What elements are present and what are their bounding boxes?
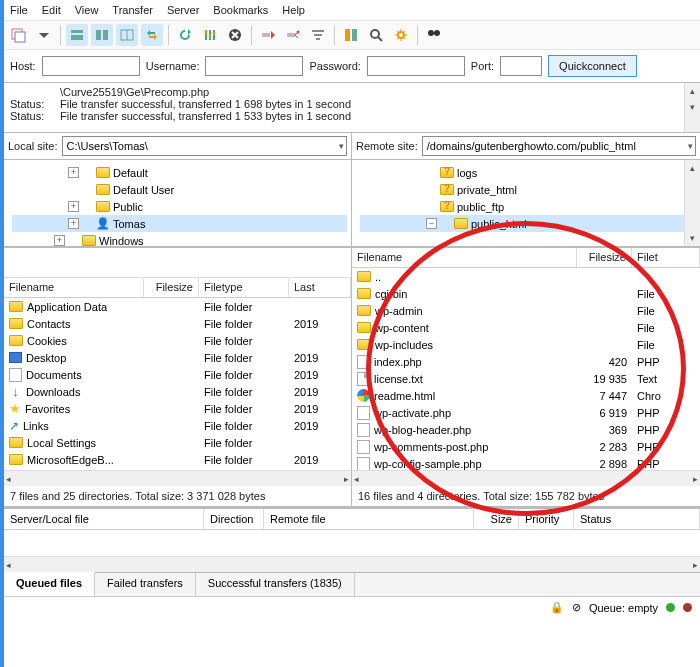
- list-item[interactable]: ↗LinksFile folder2019: [4, 417, 351, 434]
- sync-icon[interactable]: [141, 24, 163, 46]
- folder-icon: [9, 318, 23, 329]
- tab-queued[interactable]: Queued files: [4, 572, 95, 596]
- compare-icon[interactable]: [340, 24, 362, 46]
- log-status-label: Status:: [10, 98, 60, 110]
- layout2-icon[interactable]: [91, 24, 113, 46]
- svg-point-10: [213, 32, 216, 35]
- filter-icon[interactable]: [307, 24, 329, 46]
- menu-help[interactable]: Help: [282, 4, 305, 16]
- local-tree[interactable]: +Default Default User +Public +👤Tomas +W…: [4, 160, 351, 247]
- list-item[interactable]: wp-contentFile: [352, 319, 700, 336]
- port-input[interactable]: [500, 56, 542, 76]
- search-icon[interactable]: [365, 24, 387, 46]
- expand-icon[interactable]: +: [68, 201, 79, 212]
- folder-unknown-icon: [440, 167, 454, 178]
- local-list-header[interactable]: Filename Filesize Filetype Last: [4, 278, 351, 298]
- remote-tree[interactable]: logs private_html public_ftp −public_htm…: [352, 160, 700, 247]
- reconnect-icon[interactable]: [282, 24, 304, 46]
- menu-bar: File Edit View Transfer Server Bookmarks…: [4, 0, 700, 21]
- password-input[interactable]: [367, 56, 465, 76]
- tab-failed[interactable]: Failed transfers: [95, 573, 196, 596]
- remote-list-header[interactable]: Filename Filesize Filet: [352, 248, 700, 268]
- quickconnect-button[interactable]: Quickconnect: [548, 55, 637, 77]
- svg-rect-15: [312, 30, 324, 32]
- desktop-icon: [9, 352, 22, 363]
- chevron-down-icon[interactable]: ▾: [339, 141, 344, 151]
- expand-icon[interactable]: +: [68, 167, 79, 178]
- settings-icon[interactable]: [390, 24, 412, 46]
- list-item[interactable]: Local SettingsFile folder: [4, 434, 351, 451]
- list-item[interactable]: DesktopFile folder2019: [4, 349, 351, 366]
- local-hscroll[interactable]: ◂▸: [4, 470, 351, 486]
- folder-icon: [9, 335, 23, 346]
- message-log[interactable]: \Curve25519\Ge\Precomp.php Status:File t…: [4, 83, 700, 133]
- disconnect-icon[interactable]: [257, 24, 279, 46]
- documents-icon: [9, 368, 22, 382]
- transfer-header[interactable]: Server/Local file Direction Remote file …: [4, 508, 700, 530]
- remote-tree-scrollbar[interactable]: ▴▾: [684, 160, 700, 246]
- svg-rect-18: [345, 29, 350, 41]
- list-item[interactable]: cgi-binFile: [352, 285, 700, 302]
- sitemanager-icon[interactable]: [8, 24, 30, 46]
- collapse-icon[interactable]: −: [426, 218, 437, 229]
- list-item[interactable]: wp-activate.php6 919PHP: [352, 404, 700, 421]
- folder-icon: [357, 322, 371, 333]
- list-item[interactable]: DocumentsFile folder2019: [4, 366, 351, 383]
- transfer-hscroll[interactable]: ◂▸: [4, 556, 700, 572]
- list-item[interactable]: ★FavoritesFile folder2019: [4, 400, 351, 417]
- layout1-icon[interactable]: [66, 24, 88, 46]
- list-item[interactable]: wp-config-sample.php2 898PHP: [352, 455, 700, 470]
- process-icon[interactable]: [199, 24, 221, 46]
- log-scrollbar[interactable]: ▴▾: [684, 83, 700, 132]
- menu-transfer[interactable]: Transfer: [112, 4, 153, 16]
- svg-rect-5: [103, 30, 108, 40]
- cancel-icon[interactable]: [224, 24, 246, 46]
- list-item[interactable]: wp-comments-post.php2 283PHP: [352, 438, 700, 455]
- user-icon: 👤: [96, 217, 110, 230]
- remote-file-list[interactable]: ..cgi-binFilewp-adminFilewp-contentFilew…: [352, 268, 700, 470]
- star-icon: ★: [9, 401, 21, 416]
- list-item[interactable]: readme.html7 447Chro: [352, 387, 700, 404]
- list-item[interactable]: ..: [352, 268, 700, 285]
- find-icon[interactable]: [423, 24, 445, 46]
- remote-hscroll[interactable]: ◂▸: [352, 470, 700, 486]
- php-file-icon: [357, 457, 370, 471]
- tab-successful[interactable]: Successful transfers (1835): [196, 573, 355, 596]
- remote-path-combo[interactable]: /domains/gutenberghowto.com/public_html▾: [422, 136, 696, 156]
- status-bar: 🔒 ⊘ Queue: empty: [4, 596, 700, 618]
- menu-edit[interactable]: Edit: [42, 4, 61, 16]
- list-item[interactable]: CookiesFile folder: [4, 332, 351, 349]
- expand-icon[interactable]: +: [54, 235, 65, 246]
- remote-site-label: Remote site:: [356, 140, 418, 152]
- list-item[interactable]: Application DataFile folder: [4, 298, 351, 315]
- layout3-icon[interactable]: [116, 24, 138, 46]
- list-item[interactable]: wp-includesFile: [352, 336, 700, 353]
- menu-view[interactable]: View: [75, 4, 99, 16]
- php-file-icon: [357, 423, 370, 437]
- list-item[interactable]: MicrosoftEdgeB...File folder2019: [4, 451, 351, 468]
- svg-point-14: [297, 31, 300, 34]
- host-input[interactable]: [42, 56, 140, 76]
- menu-bookmarks[interactable]: Bookmarks: [213, 4, 268, 16]
- folder-icon: [454, 218, 468, 229]
- status-dot-green: [666, 603, 675, 612]
- svg-point-22: [398, 32, 404, 38]
- list-item[interactable]: ContactsFile folder2019: [4, 315, 351, 332]
- list-item[interactable]: index.php420PHP: [352, 353, 700, 370]
- local-file-list[interactable]: Application DataFile folderContactsFile …: [4, 298, 351, 470]
- list-item[interactable]: license.txt19 935Text: [352, 370, 700, 387]
- refresh-icon[interactable]: [174, 24, 196, 46]
- transfer-queue[interactable]: ◂▸: [4, 530, 700, 572]
- menu-file[interactable]: File: [10, 4, 28, 16]
- username-input[interactable]: [205, 56, 303, 76]
- menu-server[interactable]: Server: [167, 4, 199, 16]
- list-item[interactable]: ↓DownloadsFile folder2019: [4, 383, 351, 400]
- list-item[interactable]: wp-adminFile: [352, 302, 700, 319]
- expand-icon[interactable]: +: [68, 218, 79, 229]
- svg-rect-3: [71, 35, 83, 40]
- svg-point-9: [209, 35, 212, 38]
- dropdown-icon[interactable]: [33, 24, 55, 46]
- local-path-combo[interactable]: C:\Users\Tomas\▾: [62, 136, 347, 156]
- list-item[interactable]: wp-blog-header.php369PHP: [352, 421, 700, 438]
- chevron-down-icon[interactable]: ▾: [688, 141, 693, 151]
